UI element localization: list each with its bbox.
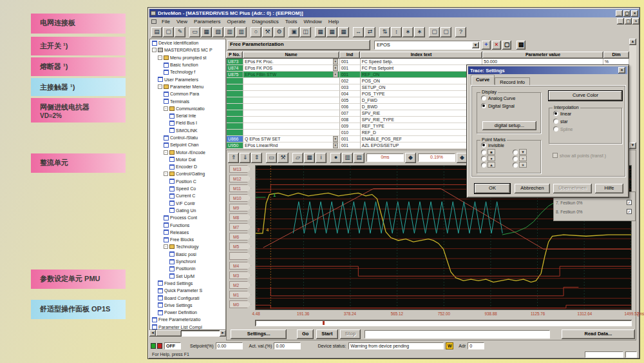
main-toolbar-button-27-icon[interactable]: ∗ (414, 27, 425, 37)
table-vertical-scrollbar[interactable]: ▲ ▼ (629, 39, 636, 149)
main-toolbar-button-14-icon[interactable]: ▣ (289, 27, 299, 37)
collapse-icon[interactable]: - (164, 150, 168, 155)
tree-item-positionin[interactable]: Positionin (150, 265, 225, 272)
cell-dropdown-icon[interactable]: ▾ (333, 65, 338, 71)
tab-curve[interactable]: Curve (471, 75, 495, 84)
trace-value-field[interactable]: 0.19% (418, 153, 455, 162)
main-toolbar-button-22-icon[interactable]: ⇄ (365, 27, 375, 37)
scroll-right-icon[interactable]: ► (220, 330, 226, 337)
channel-tag-m2[interactable]: M2 (229, 281, 251, 289)
restore-button[interactable]: ▢ (623, 10, 630, 17)
tree-item-synchroni[interactable]: Synchroni (150, 258, 225, 265)
tree-item-power-definition[interactable]: Power Definition (150, 309, 225, 316)
tree-item-board-configurati[interactable]: Board Configurati (150, 294, 225, 301)
menu-item-file[interactable]: File (158, 19, 173, 25)
tree-item-quick-parameter-s[interactable]: Quick Parameter S (150, 287, 225, 294)
mdi-restore-button[interactable]: ▢ (625, 18, 632, 25)
point-mark-option-5[interactable]: ∗ (513, 162, 540, 168)
column-header-p-no-[interactable]: P No. (226, 52, 243, 59)
channel-tag-m13[interactable]: M13 (229, 165, 251, 173)
tree-item-drive-settings[interactable]: Drive Settings (150, 302, 225, 309)
main-toolbar-button-4-icon[interactable]: ▭ (189, 27, 200, 37)
tree-item-motor-encode[interactable]: -Motor-/Encode (150, 148, 225, 155)
main-toolbar-button-29-icon[interactable]: ▢ (429, 27, 440, 37)
signal-checkbox[interactable]: ✓ (627, 209, 632, 214)
tree-item-position-c[interactable]: Position C (150, 178, 225, 185)
main-toolbar-button-19-icon[interactable]: ▦ (338, 27, 349, 37)
digital-setup-button[interactable]: digital setup... (482, 121, 536, 130)
star-radio[interactable]: star (553, 119, 621, 124)
column-header-dim[interactable]: Dim (603, 52, 629, 59)
signal-checkbox[interactable]: ✓ (627, 200, 632, 205)
main-toolbar-button-12-icon[interactable]: ⚙ (274, 27, 285, 37)
tree-item-encoder-d[interactable]: Encoder D (150, 163, 225, 170)
tree-item-communicatio[interactable]: -Communicatio (150, 105, 225, 112)
tree-item-setpoint-chan[interactable]: Setpoint Chan (150, 141, 225, 148)
channel-tag-m6[interactable]: M6 (229, 233, 251, 240)
tree-item-technology-f[interactable]: Technology f (150, 68, 225, 75)
trace-toolbar-button-5-icon[interactable]: ⚒ (278, 153, 289, 163)
point-mark-option-3[interactable]: × (513, 155, 540, 161)
tree-item-simolink[interactable]: SIMOLINK (150, 127, 225, 134)
add-row-button[interactable]: + (482, 41, 491, 50)
tree-item-current-c[interactable]: Current C (150, 192, 225, 199)
cell-dropdown-icon[interactable]: ▾ (333, 59, 338, 64)
curve-color-button[interactable]: Curve Color (549, 91, 622, 101)
mdi-minimize-button[interactable]: _ (617, 18, 624, 25)
scroll-up-icon[interactable]: ▲ (629, 39, 636, 45)
tree-item-field-bus-i[interactable]: Field Bus I (150, 119, 225, 126)
signal-list-row[interactable]: 7. Festkun 0%✓ (556, 199, 633, 207)
tree-item-masterdrives-mc-p[interactable]: -MASTERDRIVES MC P (150, 46, 225, 54)
tree-item-user-parameters[interactable]: User Parameters (150, 75, 225, 83)
tree-horizontal-scrollbar[interactable]: ◄ ► (149, 330, 226, 337)
trace-toolbar-button-13-icon[interactable]: ▤ (354, 153, 365, 163)
main-toolbar-button-26-icon[interactable]: ∗ (402, 27, 413, 37)
main-toolbar-button-30-icon[interactable]: ▢ (440, 27, 451, 37)
main-toolbar-button-5-icon[interactable]: ▦ (201, 27, 212, 37)
delete-row-button[interactable]: × (492, 41, 501, 50)
trace-toolbar-button-7-icon[interactable]: ▱ (292, 153, 303, 163)
main-toolbar-button-2-icon[interactable]: ✎ (175, 27, 185, 37)
point-mark-option-4[interactable]: ▲ (481, 162, 509, 168)
tree-item-free-blocks[interactable]: Free Blocks (150, 236, 225, 243)
trace-horizontal-scrollbar[interactable] (255, 320, 632, 326)
tree-item-functions[interactable]: Functions (150, 221, 225, 228)
dialog-close-icon[interactable]: × (618, 67, 625, 74)
analog-curve-radio[interactable]: Analog Curve (481, 95, 540, 101)
signal-list-row[interactable]: 8. Festkun 0%✓ (556, 208, 633, 216)
trace-toolbar-button-11-icon[interactable]: ● (330, 153, 341, 163)
tree-item-parameter-menu[interactable]: -Parameter Menu (150, 83, 225, 90)
trace-status-field[interactable] (365, 330, 550, 338)
tree-item-releases[interactable]: Releases (150, 229, 225, 236)
trace-toolbar-button-0-icon[interactable]: ⇑ (228, 153, 239, 163)
main-toolbar-button-8-icon[interactable]: ▥ (236, 27, 247, 37)
channel-tag-empty[interactable] (229, 252, 251, 260)
main-toolbar-button-24-icon[interactable]: ⇅ (379, 27, 390, 37)
cancel-button[interactable]: Abbrechen (515, 184, 550, 193)
point-mark-option-2[interactable]: ● (481, 155, 509, 161)
collapse-icon[interactable]: - (164, 106, 168, 111)
column-header-index-text[interactable]: Index text (360, 52, 482, 59)
channel-tag-m0[interactable]: M0 (229, 300, 251, 308)
point-mark-option-1[interactable]: ▼ (513, 149, 540, 155)
main-toolbar-button-0-icon[interactable]: ▤ (151, 27, 162, 37)
main-toolbar-button-18-icon[interactable]: ▦ (327, 27, 337, 37)
print-icon[interactable]: ▤ (516, 41, 526, 50)
trace-toolbar-button-8-icon[interactable]: ▦ (304, 153, 315, 163)
cell-dropdown-icon[interactable]: ▾ (333, 72, 338, 77)
ok-button[interactable]: OK (475, 184, 510, 193)
main-toolbar-button-25-icon[interactable]: ↕ (391, 27, 402, 37)
start-button[interactable]: Start (316, 329, 338, 339)
dialog-titlebar[interactable]: Trace: Settings × (468, 66, 627, 74)
tree-item-technology[interactable]: -Technology (150, 243, 225, 250)
chevron-down-icon[interactable]: ▼ (472, 42, 479, 48)
channel-tag-m8[interactable]: M8 (229, 213, 251, 221)
tree-item-v-f-contr[interactable]: V/F Contr (150, 200, 225, 207)
tree-item-device-identification[interactable]: Device identification (150, 39, 225, 46)
menu-item-tools[interactable]: Tools (282, 19, 301, 25)
minimize-button[interactable]: _ (616, 10, 623, 17)
stop-button[interactable]: Stop (340, 329, 361, 339)
menu-item-window[interactable]: Window (300, 19, 325, 25)
go-button[interactable]: Go (297, 329, 314, 339)
scroll-thumb[interactable] (156, 330, 182, 337)
